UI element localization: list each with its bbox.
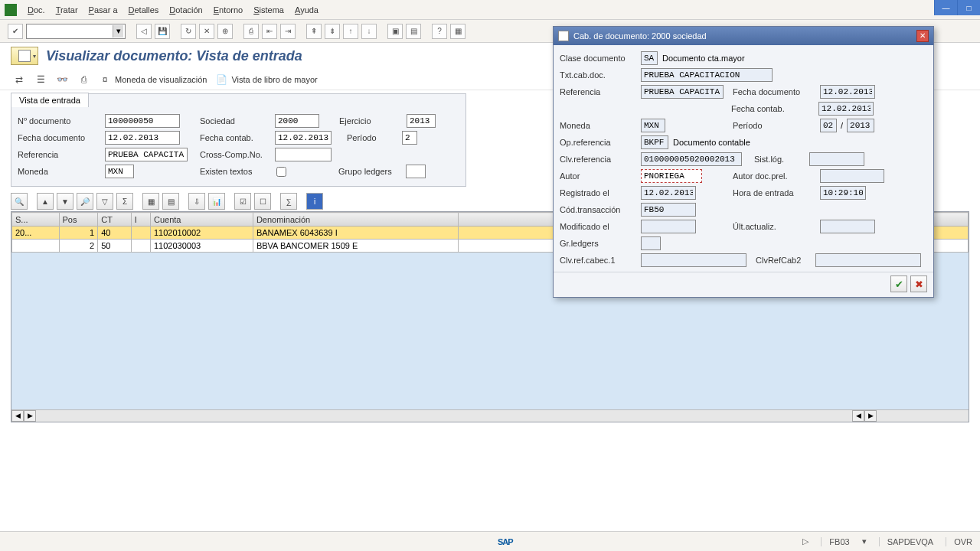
scroll-left-icon[interactable]: ◀ xyxy=(11,410,24,422)
clvref-field[interactable] xyxy=(641,152,742,166)
menu-ayuda[interactable]: Ayuda xyxy=(295,5,318,15)
toggle-icon[interactable]: ⇄ xyxy=(12,73,26,86)
menu-sistema[interactable]: Sistema xyxy=(253,5,284,15)
glasses-icon[interactable]: 👓 xyxy=(55,73,69,86)
scroll-right-icon[interactable]: ▶ xyxy=(864,410,877,422)
grid-scrollbar[interactable]: ◀▶ ◀▶ xyxy=(11,409,969,422)
dfcont-field[interactable] xyxy=(818,102,874,116)
sort-desc-icon[interactable]: ▼ xyxy=(57,193,74,210)
ult-field[interactable] xyxy=(820,220,875,233)
total-icon[interactable]: ∑ xyxy=(280,193,297,210)
menu-doc[interactable]: Doc. xyxy=(28,5,45,15)
col-ct[interactable]: CT xyxy=(98,213,131,227)
command-field[interactable]: ▾ xyxy=(26,24,126,39)
refresh-icon[interactable]: ↻ xyxy=(181,24,196,39)
soc-field[interactable] xyxy=(275,114,319,128)
per-field[interactable] xyxy=(402,131,417,145)
shortcut-icon[interactable]: ▤ xyxy=(406,24,421,39)
menu-dotacion[interactable]: Dotación xyxy=(169,5,202,15)
nav-icon[interactable]: ⊕ xyxy=(217,24,233,39)
print-icon[interactable]: ⎙ xyxy=(243,24,259,39)
dfdoc-field[interactable] xyxy=(820,85,875,99)
cross-field[interactable] xyxy=(275,148,332,161)
deselect-icon[interactable]: ☐ xyxy=(254,193,271,210)
menu-entorno[interactable]: Entorno xyxy=(214,5,243,15)
last-page-icon[interactable]: ⇥ xyxy=(280,24,296,39)
fdoc-field[interactable] xyxy=(105,131,180,145)
document-icon[interactable]: ▾ xyxy=(11,47,38,65)
reg-field[interactable] xyxy=(641,186,696,200)
mon-field[interactable] xyxy=(105,165,134,178)
filter-icon[interactable]: ▽ xyxy=(96,193,113,210)
dper1-field[interactable] xyxy=(820,119,837,132)
scroll-down-icon[interactable]: ↓ xyxy=(361,24,377,39)
clase-field[interactable] xyxy=(641,51,658,65)
page-down-icon[interactable]: ⇟ xyxy=(325,24,340,39)
autprel-field[interactable] xyxy=(820,169,884,183)
layout-icon[interactable]: ▦ xyxy=(450,24,466,39)
opref-field[interactable] xyxy=(641,135,668,149)
detail-icon[interactable]: 🔍 xyxy=(11,193,28,210)
col-pos[interactable]: Pos xyxy=(59,213,98,227)
select-icon[interactable]: ☑ xyxy=(234,193,251,210)
scroll-left2-icon[interactable]: ◀ xyxy=(852,410,864,422)
autor-field[interactable] xyxy=(641,169,702,183)
scroll-up-icon[interactable]: ↑ xyxy=(343,24,358,39)
panel-tab[interactable]: Vista de entrada xyxy=(11,93,89,107)
first-page-icon[interactable]: ⇤ xyxy=(262,24,277,39)
clv1-field[interactable] xyxy=(641,253,746,267)
exist-checkbox[interactable] xyxy=(276,167,286,177)
sort-asc-icon[interactable]: ▲ xyxy=(37,193,54,210)
hora-field[interactable] xyxy=(820,186,866,200)
ndoc-field[interactable] xyxy=(105,114,180,128)
ok-icon[interactable]: ✔ xyxy=(8,24,23,39)
menu-tratar[interactable]: Tratar xyxy=(56,5,78,15)
page-up-icon[interactable]: ⇞ xyxy=(306,24,322,39)
sum-icon[interactable]: Σ xyxy=(116,193,133,210)
mod-field[interactable] xyxy=(641,220,696,233)
save-icon[interactable]: 💾 xyxy=(155,24,170,39)
dper2-field[interactable] xyxy=(847,119,874,132)
fcont-field[interactable] xyxy=(275,131,332,145)
currency-view-link[interactable]: ¤ Moneda de visualización xyxy=(98,73,207,86)
ref-field[interactable] xyxy=(105,148,188,161)
layout1-icon[interactable]: ▦ xyxy=(142,193,159,210)
ejer-field[interactable] xyxy=(407,114,436,128)
back-icon[interactable]: ◁ xyxy=(136,24,152,39)
ejer-label: Ejercicio xyxy=(339,116,402,126)
scroll-right1-icon[interactable]: ▶ xyxy=(24,410,36,422)
min-icon[interactable]: — xyxy=(934,0,957,15)
dmon-field[interactable] xyxy=(641,119,665,132)
max-icon[interactable]: □ xyxy=(957,0,980,15)
col-i[interactable]: I xyxy=(131,213,150,227)
close-icon[interactable]: ✕ xyxy=(916,30,929,42)
find-icon[interactable]: 🔎 xyxy=(77,193,93,210)
layout2-icon[interactable]: ▤ xyxy=(162,193,179,210)
col-s[interactable]: S... xyxy=(12,213,60,227)
sist-field[interactable] xyxy=(809,152,864,166)
dialog-cancel-button[interactable]: ✖ xyxy=(910,276,927,292)
print-icon[interactable]: ⎙ xyxy=(77,73,90,86)
codt-field[interactable] xyxy=(641,203,696,217)
cancel-icon[interactable]: ✕ xyxy=(199,24,214,39)
tree-icon[interactable]: ☰ xyxy=(34,73,47,86)
status-menu-icon[interactable]: ▾ xyxy=(862,536,867,546)
dref-field[interactable] xyxy=(641,85,724,99)
col-cuenta[interactable]: Cuenta xyxy=(150,213,253,227)
info-icon[interactable]: i xyxy=(306,193,323,210)
status-arrow-icon[interactable]: ▷ xyxy=(802,536,808,546)
grl-field[interactable] xyxy=(641,236,661,250)
export-icon[interactable]: ⇩ xyxy=(188,193,205,210)
dialog-ok-button[interactable]: ✔ xyxy=(890,276,907,292)
create-session-icon[interactable]: ▣ xyxy=(387,24,403,39)
col-denominacion[interactable]: Denominación xyxy=(253,213,458,227)
grp-field[interactable] xyxy=(406,165,426,178)
excel-icon[interactable]: 📊 xyxy=(208,193,225,210)
ledger-view-link[interactable]: 📄 Vista de libro de mayor xyxy=(214,73,317,86)
clv2-field[interactable] xyxy=(815,253,921,267)
txtcab-field[interactable] xyxy=(641,68,773,82)
dialog-titlebar[interactable]: Cab. de documento: 2000 sociedad ✕ xyxy=(554,27,933,45)
menu-detalles[interactable]: Detalles xyxy=(129,5,159,15)
help-icon[interactable]: ? xyxy=(432,24,447,39)
menu-pasara[interactable]: Pasar a xyxy=(89,5,118,15)
